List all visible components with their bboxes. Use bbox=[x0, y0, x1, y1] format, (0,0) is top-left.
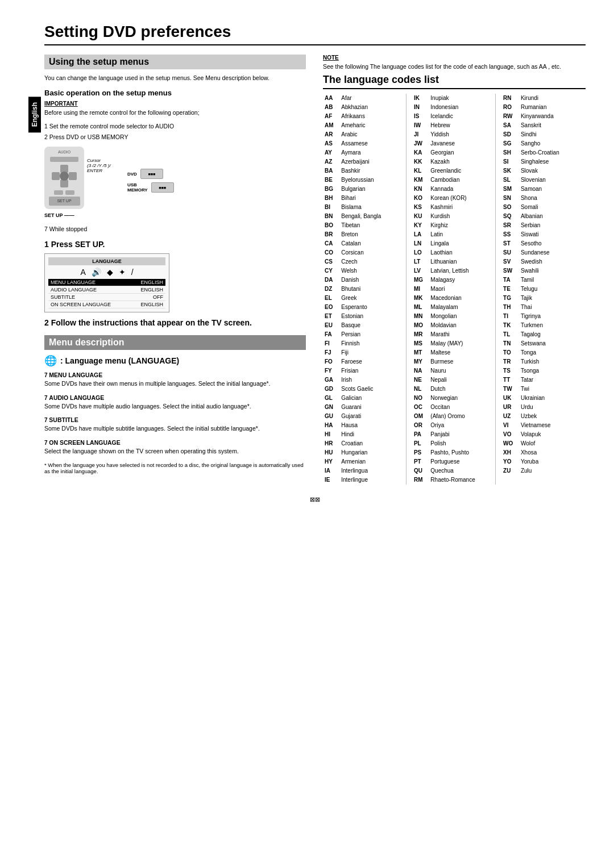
lang-name: Somali bbox=[519, 203, 586, 212]
lang-name: Samoan bbox=[519, 185, 586, 194]
lang-name: Sanskrit bbox=[519, 121, 586, 130]
lang-name: Vietnamese bbox=[519, 421, 586, 430]
lang-code: IA bbox=[323, 466, 339, 475]
lang-code: LA bbox=[412, 230, 429, 239]
lang-code: PT bbox=[412, 457, 429, 466]
menu-lang-title: 7 MENU LANGUAGE bbox=[44, 372, 306, 378]
lang-code: SU bbox=[501, 248, 519, 257]
lang-name: Aymara bbox=[339, 148, 406, 157]
page-number: ⊠⊠ bbox=[44, 496, 586, 503]
lang-code: MY bbox=[412, 357, 429, 366]
lang-name: Finnish bbox=[339, 339, 406, 348]
step-1-text: 1 Set the remote control mode selector t… bbox=[44, 122, 174, 131]
lang-name: Occitan bbox=[429, 403, 495, 412]
lang-code: AA bbox=[323, 94, 339, 103]
lang-name: Estonian bbox=[339, 312, 406, 321]
dvd-label: DVD bbox=[127, 172, 137, 177]
lang-code: FY bbox=[323, 366, 339, 375]
lang-code: TE bbox=[501, 285, 519, 294]
lang-name: Ukrainian bbox=[519, 394, 586, 403]
lang-code: SI bbox=[501, 157, 519, 166]
lang-name: Siswati bbox=[519, 230, 586, 239]
lang-name: Basque bbox=[339, 321, 406, 330]
lang-code: AB bbox=[323, 103, 339, 112]
press-setup: 1 Press SET UP. bbox=[44, 240, 306, 249]
lang-code: TL bbox=[501, 330, 519, 339]
lang-name: Tatar bbox=[519, 375, 586, 385]
lang-code: TW bbox=[501, 385, 519, 394]
screen-header: LANGUAGE bbox=[48, 257, 165, 265]
lang-code: SS bbox=[501, 230, 519, 239]
lang-name: Maltese bbox=[429, 348, 495, 357]
lang-name: Interlingua bbox=[339, 466, 406, 475]
lang-name: Yoruba bbox=[519, 457, 586, 466]
lang-code: TR bbox=[501, 357, 519, 366]
subtitle-text: Some DVDs have multiple subtitle languag… bbox=[44, 424, 306, 433]
lang-name: Singhalese bbox=[519, 157, 586, 166]
lang-name: Corsican bbox=[339, 248, 406, 257]
lang-code: BI bbox=[323, 203, 339, 212]
lang-name: Zulu bbox=[519, 466, 586, 475]
follow-step-number: 2 Follow the instructions that appear on… bbox=[44, 318, 306, 327]
lang-name: Twi bbox=[519, 385, 586, 394]
lang-code: IK bbox=[412, 94, 429, 103]
lang-code: OC bbox=[412, 403, 429, 412]
lang-name: Nepali bbox=[429, 375, 495, 385]
lang-code: IW bbox=[412, 121, 429, 130]
follow-step-text: Follow the instructions that appear on t… bbox=[51, 318, 252, 327]
lang-code: LN bbox=[412, 239, 429, 248]
lang-name: Dutch bbox=[429, 385, 495, 394]
lang-code: PA bbox=[412, 430, 429, 439]
setup-arrow-label: SET UP —— bbox=[44, 212, 174, 218]
lang-name: Lithuanian bbox=[429, 257, 495, 266]
lang-name: Azerbaijani bbox=[339, 157, 406, 166]
lang-code: RM bbox=[412, 475, 429, 485]
lang-code: HR bbox=[323, 439, 339, 448]
lang-name: Oriya bbox=[429, 421, 495, 430]
lang-code: SM bbox=[501, 185, 519, 194]
lang-code: VI bbox=[501, 421, 519, 430]
lang-code: CY bbox=[323, 266, 339, 276]
lang-name: Serbo-Croatian bbox=[519, 148, 586, 157]
lang-code: UK bbox=[501, 394, 519, 403]
lang-name: Inupiak bbox=[429, 94, 495, 103]
lang-name: Kirundi bbox=[519, 94, 586, 103]
lang-name: Tagalog bbox=[519, 330, 586, 339]
lang-code: OM bbox=[412, 412, 429, 421]
lang-name: Tibetan bbox=[339, 221, 406, 230]
lang-name: Kazakh bbox=[429, 157, 495, 166]
lang-code: BN bbox=[323, 212, 339, 221]
lang-code: XH bbox=[501, 448, 519, 457]
lang-name: Sundanese bbox=[519, 248, 586, 257]
lang-code: MO bbox=[412, 321, 429, 330]
lang-code: MN bbox=[412, 312, 429, 321]
lang-name: Sindhi bbox=[519, 130, 586, 139]
lang-name: Cambodian bbox=[429, 176, 495, 185]
lang-code: GD bbox=[323, 385, 339, 394]
lang-name: Malayalam bbox=[429, 303, 495, 312]
lang-name: Setswana bbox=[519, 339, 586, 348]
lang-name: Tamil bbox=[519, 276, 586, 285]
lang-code: EU bbox=[323, 321, 339, 330]
lang-code: YO bbox=[501, 457, 519, 466]
lang-name: Maori bbox=[429, 285, 495, 294]
lang-code: MT bbox=[412, 348, 429, 357]
lang-name: Kirghiz bbox=[429, 221, 495, 230]
lang-name: Moldavian bbox=[429, 321, 495, 330]
lang-menu-title: 🌐 : Language menu (LANGUAGE) bbox=[44, 354, 306, 367]
lang-name: Polish bbox=[429, 439, 495, 448]
lang-code: AF bbox=[323, 112, 339, 121]
lang-code: ZU bbox=[501, 466, 519, 475]
screen-row-menu-lang: MENU LANGUAGEENGLISH bbox=[48, 279, 165, 286]
lang-name: Icelandic bbox=[429, 112, 495, 121]
lang-name: Kashmiri bbox=[429, 203, 495, 212]
lang-code: FJ bbox=[323, 348, 339, 357]
lang-name: Rhaeto-Romance bbox=[429, 475, 495, 485]
lang-name: Afar bbox=[339, 94, 406, 103]
lang-code: MG bbox=[412, 276, 429, 285]
lang-code: TS bbox=[501, 366, 519, 375]
lang-code: HY bbox=[323, 457, 339, 466]
lang-name: Burmese bbox=[429, 357, 495, 366]
lang-code: SV bbox=[501, 257, 519, 266]
lang-name: Hungarian bbox=[339, 448, 406, 457]
